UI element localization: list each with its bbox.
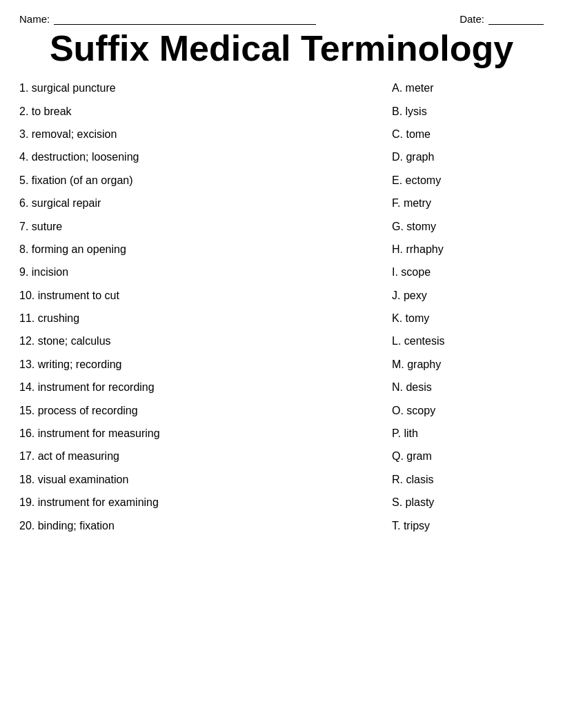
right-column: A. meterB. lysisC. tomeD. graphE. ectomy… <box>392 81 544 541</box>
answer-item: L. centesis <box>392 334 544 349</box>
list-item: 1. surgical puncture <box>19 81 378 96</box>
list-item: 8. forming an opening <box>19 242 378 257</box>
answer-item: D. graph <box>392 150 544 165</box>
answer-item: G. stomy <box>392 219 544 234</box>
list-item: 3. removal; excision <box>19 127 378 142</box>
date-underline <box>488 12 544 25</box>
list-item: 17. act of measuring <box>19 449 378 464</box>
list-item: 2. to break <box>19 104 378 119</box>
answer-item: E. ectomy <box>392 173 544 188</box>
answer-item: S. plasty <box>392 495 544 510</box>
answer-item: J. pexy <box>392 288 544 303</box>
answer-item: A. meter <box>392 81 544 96</box>
answer-item: P. lith <box>392 426 544 441</box>
list-item: 5. fixation (of an organ) <box>19 173 378 188</box>
answer-item: C. tome <box>392 127 544 142</box>
date-label: Date: <box>460 13 484 25</box>
list-item: 12. stone; calculus <box>19 334 378 349</box>
list-item: 13. writing; recording <box>19 357 378 372</box>
list-item: 9. incision <box>19 265 378 280</box>
list-item: 6. surgical repair <box>19 196 378 211</box>
header: Name: Date: <box>19 12 544 25</box>
answer-item: O. scopy <box>392 403 544 418</box>
answer-item: B. lysis <box>392 104 544 119</box>
list-item: 14. instrument for recording <box>19 380 378 395</box>
list-item: 19. instrument for examining <box>19 495 378 510</box>
name-section: Name: <box>19 12 316 25</box>
list-item: 4. destruction; loosening <box>19 150 378 165</box>
answer-item: M. graphy <box>392 357 544 372</box>
answer-item: Q. gram <box>392 449 544 464</box>
page-title: Suffix Medical Terminology <box>19 29 544 68</box>
answer-item: R. clasis <box>392 472 544 487</box>
date-section: Date: <box>460 12 544 25</box>
content-area: 1. surgical puncture2. to break3. remova… <box>19 81 544 541</box>
list-item: 16. instrument for measuring <box>19 426 378 441</box>
list-item: 7. suture <box>19 219 378 234</box>
name-label: Name: <box>19 13 50 25</box>
answer-item: N. desis <box>392 380 544 395</box>
answer-item: I. scope <box>392 265 544 280</box>
answer-item: F. metry <box>392 196 544 211</box>
list-item: 10. instrument to cut <box>19 288 378 303</box>
name-underline <box>54 12 316 25</box>
list-item: 18. visual examination <box>19 472 378 487</box>
answer-item: T. tripsy <box>392 518 544 534</box>
answer-item: H. rrhaphy <box>392 242 544 257</box>
list-item: 15. process of recording <box>19 403 378 418</box>
left-column: 1. surgical puncture2. to break3. remova… <box>19 81 392 541</box>
list-item: 11. crushing <box>19 311 378 326</box>
list-item: 20. binding; fixation <box>19 518 378 534</box>
answer-item: K. tomy <box>392 311 544 326</box>
